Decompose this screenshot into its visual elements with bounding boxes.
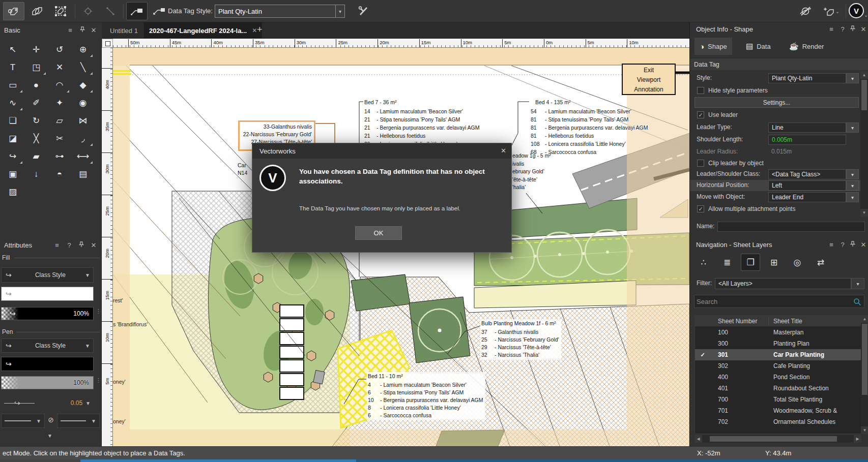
tool-tape-measure[interactable]: ▣ [1, 165, 24, 183]
allow-multiple-attachment-checkbox[interactable]: ✓ [697, 205, 704, 212]
tool-shear[interactable]: ◪ [1, 130, 24, 147]
design-layers-icon[interactable]: ≣ [717, 254, 737, 271]
tool-dimension[interactable]: ⟷ [71, 147, 95, 165]
data-tag-style-select[interactable]: Plant Qty-Latin [215, 5, 336, 18]
tool-reshape[interactable]: ▱ [48, 112, 71, 130]
line-placement-mode-button[interactable] [100, 2, 121, 20]
new-tab-button[interactable]: + [257, 24, 263, 35]
sheet-row[interactable]: ✓ 700 Total Site Planting [695, 394, 861, 405]
tool-line[interactable]: ╲ [71, 58, 95, 76]
sheet-row[interactable]: ✓ 300 Planting Plan [695, 338, 861, 349]
ruler-origin-box[interactable] [102, 39, 113, 48]
palette-menu-icon[interactable]: ≡ [66, 26, 74, 34]
palette-menu-icon[interactable]: ≡ [53, 241, 61, 249]
palette-pin-icon[interactable] [78, 26, 86, 34]
object-info-scrollbar[interactable]: ▲ ▼ [860, 71, 868, 217]
sheet-row[interactable]: ✓ 301 Car Park Planting [695, 349, 861, 360]
tab-langeled-document[interactable]: 2020-467-LangeledRF 2024-la... ✕ [144, 22, 262, 39]
hide-style-parameters-checkbox[interactable] [697, 87, 704, 94]
shoulder-length-field[interactable]: 0.005m [768, 135, 846, 145]
attributes-header[interactable]: Attributes ≡ ? ✕ [0, 239, 102, 252]
sheet-row[interactable]: ✓ 401 Roundabout Section [695, 383, 861, 394]
tool-eyedropper[interactable]: ✐ [24, 94, 48, 112]
tool-pan[interactable]: ✛ [24, 41, 48, 58]
tool-fillet[interactable]: ◞ [71, 130, 95, 147]
tab-data[interactable]: ▤ Data [741, 38, 776, 55]
tool-eraser[interactable]: ▰ [24, 147, 48, 165]
filter-dropdown-arrow[interactable]: ▾ [851, 278, 864, 289]
tool-attribute-mapping[interactable]: ▨ [1, 183, 24, 201]
tool-magic-wand[interactable]: ✦ [48, 94, 71, 112]
tool-rectangle[interactable]: ▭ [1, 76, 24, 94]
tool-send-to-surface[interactable]: ↓ [24, 165, 48, 183]
tag-tool-caret[interactable]: ⌄ [835, 9, 840, 14]
tool-reference-marker[interactable]: ✕ [48, 58, 71, 76]
tool-protractor[interactable]: ◓ [48, 165, 71, 183]
opacity-menu-icon[interactable]: ⋮ [96, 310, 101, 312]
palette-close-icon[interactable]: ✕ [859, 25, 867, 33]
search-input[interactable] [697, 296, 849, 306]
edit-style-button[interactable] [353, 2, 374, 20]
basic-palette-header[interactable]: Basic ≡ ✕ [0, 22, 102, 39]
tool-arc[interactable]: ◠ [48, 76, 71, 94]
ok-button[interactable]: OK [355, 226, 402, 240]
tool-clip[interactable]: ╳ [24, 130, 48, 147]
sheet-table-hscrollbar[interactable]: ◀ ▶ [695, 435, 861, 443]
tag-multi-mode-button[interactable] [26, 2, 48, 20]
palette-menu-icon[interactable]: ≡ [827, 241, 835, 249]
vectorworks-logo[interactable]: V [849, 3, 864, 18]
sheet-row[interactable]: ✓ 302 Cafe Planting [695, 360, 861, 372]
tool-callout[interactable]: ◳ [24, 58, 48, 76]
tab-close-icon[interactable]: ✕ [252, 27, 257, 34]
tool-polyline[interactable]: ∿ [1, 94, 24, 112]
move-with-object-select[interactable]: Leader End [768, 192, 846, 202]
search-icon[interactable] [853, 298, 861, 306]
leader-shoulder-class-dropdown-arrow[interactable]: ▾ [846, 169, 859, 179]
exit-viewport-annotation-button[interactable]: ExitViewportAnnotation [622, 64, 676, 95]
tool-text[interactable]: T [1, 58, 24, 76]
clip-leader-checkbox[interactable] [697, 160, 704, 167]
style-select[interactable]: Plant Qty-Latin [768, 73, 846, 83]
palette-pin-icon[interactable] [77, 241, 85, 249]
navigation-header[interactable]: Navigation - Sheet Layers ≡ ? ✕ [690, 238, 868, 252]
tag-single-mode-button[interactable] [3, 2, 24, 20]
sheet-layers-icon[interactable]: ❐ [741, 254, 760, 271]
line-style-end-dropdown[interactable]: ▼ [57, 414, 100, 428]
fill-opacity-slider[interactable]: ↪ 100% [1, 307, 94, 320]
attributes-expand-chevron[interactable]: ▼ [0, 433, 100, 439]
palette-close-icon[interactable]: ✕ [859, 241, 867, 249]
line-style-start-dropdown[interactable]: ▼ [1, 414, 45, 428]
sheet-row[interactable]: ✓ 702 Ornamental Schedules [695, 416, 861, 427]
tool-offset[interactable]: ↪ [1, 147, 24, 165]
filter-select[interactable]: <All Layers> [715, 278, 851, 289]
palette-menu-icon[interactable]: ≡ [827, 25, 835, 33]
references-icon[interactable]: ⇄ [811, 254, 830, 271]
pen-color-swatch[interactable]: ↪ [1, 357, 94, 371]
fill-class-style-dropdown[interactable]: ↪ Class Style ▼ [1, 267, 94, 283]
classes-icon[interactable]: ∴ [694, 254, 713, 271]
tab-shape[interactable]: ◑ Shape [695, 38, 732, 55]
line-weight-dropdown[interactable]: ↪ 0.05 ▼ [1, 396, 94, 410]
tool-selection[interactable]: ↖ [1, 41, 24, 58]
pen-opacity-slider[interactable]: 100% [1, 376, 94, 389]
sheet-row[interactable]: ✓ 400 Pond Section [695, 372, 861, 383]
tool-rotate[interactable]: ↻ [24, 112, 48, 130]
viewports-icon[interactable]: ⊞ [764, 254, 784, 271]
tool-select-similar[interactable]: ◉ [71, 94, 95, 112]
tab-untitled-1[interactable]: Untitled 1 [105, 22, 143, 39]
tool-trim[interactable]: ✂ [48, 130, 71, 147]
horizontal-position-select[interactable]: Left [768, 180, 846, 191]
palette-help-icon[interactable]: ? [838, 25, 847, 33]
tool-flyover[interactable]: ↺ [48, 41, 71, 58]
horizontal-position-dropdown-arrow[interactable]: ▾ [846, 180, 859, 191]
style-dropdown-arrow[interactable]: ▾ [846, 73, 859, 83]
tool-polygon[interactable]: ◆ [71, 76, 95, 94]
palette-help-icon[interactable]: ? [65, 241, 73, 249]
object-info-header[interactable]: Object Info - Shape ≡ ? ✕ [690, 22, 868, 37]
palette-pin-icon[interactable] [849, 25, 857, 33]
leader-line-mode-button[interactable] [126, 2, 148, 20]
palette-close-icon[interactable]: ✕ [90, 241, 98, 249]
visibility-toggle-button[interactable] [795, 2, 816, 20]
sheet-table-header[interactable]: Sheet Number Sheet Title [695, 316, 861, 327]
data-tag-style-dropdown-arrow[interactable]: ▾ [336, 5, 345, 18]
